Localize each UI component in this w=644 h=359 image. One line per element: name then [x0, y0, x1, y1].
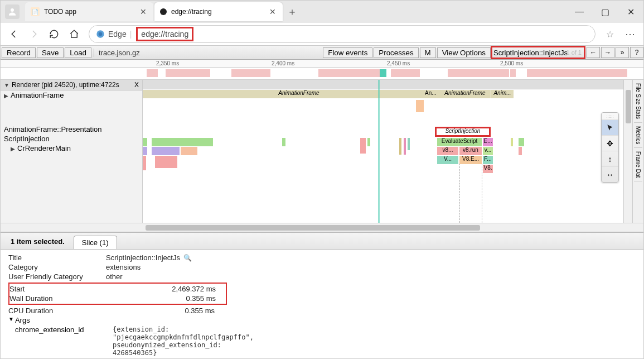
refresh-button[interactable]: [44, 24, 64, 44]
detail-val-title: ScriptInjection::InjectJs: [106, 253, 180, 262]
event-script-injection[interactable]: ScriptInjection: [437, 128, 488, 136]
tab-title: TODO app: [44, 8, 139, 16]
search-next-button[interactable]: →: [601, 47, 614, 58]
search-prev-button[interactable]: ←: [587, 47, 600, 58]
search-icon[interactable]: 🔍: [183, 254, 192, 262]
tab-favicon-todo: 📄: [31, 7, 40, 16]
side-tabs: File Size Stats Metrics Frame Dat: [632, 80, 643, 223]
timing-tool-icon[interactable]: ↔: [602, 166, 618, 182]
drag-grip-icon[interactable]: ::::::: [602, 113, 618, 119]
track-label[interactable]: AnimationFrame::Presentation: [1, 125, 142, 134]
tab-title: edge://tracing: [171, 8, 268, 16]
args-label: Args: [15, 316, 30, 324]
browser-tab-todo[interactable]: 📄 TODO app ✕: [25, 2, 153, 21]
flow-events-button[interactable]: Flow events: [323, 47, 372, 58]
tab-favicon-tracing: [160, 8, 167, 15]
view-options-button[interactable]: View Options: [437, 47, 491, 58]
details-tab-bar: 1 item selected. Slice (1): [1, 233, 643, 250]
ruler-tick: 2,450 ms: [387, 60, 410, 66]
address-bar[interactable]: Edge | edge://tracing: [89, 25, 595, 43]
track-label[interactable]: ScriptInjection: [1, 134, 142, 143]
site-identity: Edge |: [96, 30, 132, 39]
pan-tool-icon[interactable]: ✥: [602, 135, 618, 151]
detail-val-wall: 0.355 ms: [107, 294, 216, 303]
args-val-ext-id: {extension_id: "pjecgaekccgmpkdnfmfdlnpc…: [113, 326, 254, 357]
navigation-tool-panel[interactable]: :::::: ✥ ↕ ↔: [601, 112, 619, 183]
event-v8-run[interactable]: v8.run: [459, 147, 482, 155]
close-window-button[interactable]: ✕: [618, 1, 643, 23]
side-tab-frame-data[interactable]: Frame Dat: [634, 148, 642, 181]
selection-count: 1 item selected.: [5, 234, 70, 249]
event-animation-frame[interactable]: AnimationFrame: [143, 90, 455, 98]
window-titlebar: 📄 TODO app ✕ edge://tracing ✕ ＋ ― ▢ ✕: [1, 1, 643, 23]
load-button[interactable]: Load: [65, 47, 91, 58]
event-e-short[interactable]: E...: [483, 138, 493, 146]
search-box-highlight: 1 of 1: [491, 46, 585, 59]
event-v8-bottom[interactable]: V8.: [483, 165, 493, 173]
timeline-overview[interactable]: [1, 68, 643, 80]
back-button[interactable]: [4, 24, 24, 44]
detail-val-category: extensions: [106, 263, 141, 271]
event-animation-frame-short2[interactable]: Anim...: [491, 90, 514, 98]
track-label[interactable]: ▶CrRendererMain: [1, 143, 142, 153]
event-v-short[interactable]: v...: [483, 147, 493, 155]
detail-val-ufc: other: [106, 272, 123, 281]
maximize-button[interactable]: ▢: [592, 1, 618, 23]
detail-val-cpu: 0.355 ms: [106, 307, 215, 315]
settings-more-icon[interactable]: ⋯: [620, 24, 640, 44]
event-v-cap[interactable]: V...: [437, 156, 458, 164]
overflow-button[interactable]: »: [616, 47, 629, 58]
slice-tab[interactable]: Slice (1): [74, 236, 117, 249]
home-button[interactable]: [64, 24, 84, 44]
svg-point-2: [99, 32, 103, 36]
event-f-short[interactable]: F...: [483, 156, 493, 164]
track-label[interactable]: ▶AnimationFrame: [1, 90, 142, 100]
side-tab-metrics[interactable]: Metrics: [634, 123, 642, 148]
collapse-x-button[interactable]: X: [134, 81, 139, 89]
vertical-scrollbar[interactable]: [623, 80, 632, 223]
timeline-ruler: 2,350 ms 2,400 ms 2,450 ms 2,500 ms: [1, 60, 643, 68]
timing-highlight: Start2,469.372 ms Wall Duration0.355 ms: [8, 283, 227, 305]
trace-label-column: ▼Renderer (pid 24520), uptime:4722s X ▶A…: [1, 80, 143, 223]
profile-avatar[interactable]: [5, 4, 20, 19]
args-key-ext-id: chrome_extension_id: [15, 326, 113, 334]
processes-button[interactable]: Processes: [374, 47, 418, 58]
trace-filename: trace.json.gz: [94, 49, 144, 57]
side-tab-file-size[interactable]: File Size Stats: [634, 80, 642, 123]
browser-tab-tracing[interactable]: edge://tracing ✕: [154, 2, 283, 21]
close-icon[interactable]: ✕: [268, 7, 277, 16]
event-animation-frame[interactable]: AnimationFrame: [439, 90, 491, 98]
help-button[interactable]: ?: [630, 47, 643, 58]
m-button[interactable]: M: [420, 47, 436, 58]
minimize-button[interactable]: ―: [566, 1, 592, 23]
trace-area: ▼Renderer (pid 24520), uptime:4722s X ▶A…: [1, 80, 643, 223]
detail-key-wall: Wall Duration: [9, 294, 107, 303]
process-header[interactable]: ▼Renderer (pid 24520), uptime:4722s X: [1, 80, 142, 90]
event-evaluate-script[interactable]: EvaluateScript: [437, 138, 482, 146]
args-toggle-icon[interactable]: ▼: [8, 316, 14, 324]
new-tab-button[interactable]: ＋: [284, 3, 301, 20]
close-icon[interactable]: ✕: [139, 7, 148, 16]
address-bar-row: Edge | edge://tracing ☆ ⋯: [1, 23, 643, 45]
save-button[interactable]: Save: [37, 47, 64, 58]
detail-key-category: Category: [8, 263, 106, 271]
favorite-star-icon[interactable]: ☆: [600, 24, 620, 44]
forward-button: [24, 24, 44, 44]
trace-canvas[interactable]: AnimationFrame An... AnimationFrame Anim…: [143, 80, 643, 223]
event-v8-e[interactable]: V8.E...: [459, 156, 482, 164]
detail-key-ufc: User Friendly Category: [8, 272, 106, 281]
event-animation-frame-short[interactable]: An...: [424, 90, 437, 98]
detail-key-cpu: CPU Duration: [8, 307, 106, 315]
url-text: edge://tracing: [136, 27, 193, 41]
event-v8-left[interactable]: v8...: [437, 147, 458, 155]
record-button[interactable]: Record: [2, 47, 36, 58]
search-result-count: 1 of 1: [566, 49, 582, 56]
details-panel: 1 item selected. Slice (1) TitleScriptIn…: [1, 232, 643, 359]
detail-val-start: 2,469.372 ms: [107, 285, 216, 293]
zoom-tool-icon[interactable]: ↕: [602, 151, 618, 166]
detail-key-start: Start: [9, 285, 107, 293]
horizontal-scrollbar[interactable]: [1, 223, 643, 232]
pointer-tool-icon[interactable]: [602, 119, 618, 135]
svg-point-0: [11, 8, 14, 12]
ruler-tick: 2,350 ms: [156, 60, 179, 66]
